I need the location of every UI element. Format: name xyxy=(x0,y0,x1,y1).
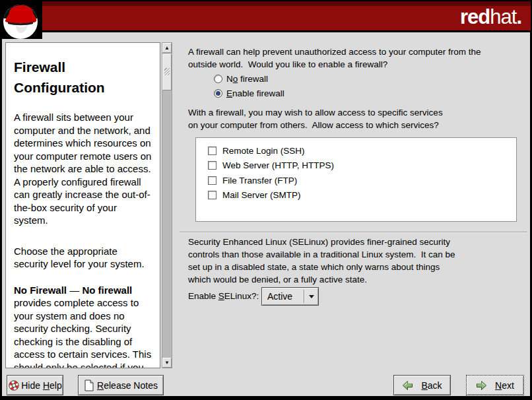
label-part: firewall xyxy=(238,74,268,84)
checkbox-mail-server[interactable]: Mail Server (SMTP) xyxy=(196,188,516,203)
checkbox-icon xyxy=(208,191,216,199)
checkbox-remote-login-ssh[interactable]: Remote Login (SSH) xyxy=(196,143,516,158)
label-mnemonic: N xyxy=(495,380,502,391)
checkbox-file-transfer[interactable]: File Transfer (FTP) xyxy=(196,173,516,188)
wordmark-red: red xyxy=(460,5,490,28)
help-paragraph-1: A firewall sits between your computer an… xyxy=(14,111,153,227)
label-mnemonic: B xyxy=(421,380,427,391)
help-bold-no-firewall-2: No firewall xyxy=(82,284,132,296)
release-notes-button[interactable]: Release Notes xyxy=(78,375,164,395)
checkbox-web-server[interactable]: Web Server (HTTP, HTTPS) xyxy=(196,158,516,174)
label-part: ack xyxy=(428,380,442,391)
label-mnemonic: E xyxy=(226,88,232,98)
radio-enable-firewall-label: Enable firewall xyxy=(226,88,284,98)
lifebuoy-icon xyxy=(8,380,20,391)
label-mnemonic: H xyxy=(43,380,50,391)
label-part: ELinux?: xyxy=(224,291,259,301)
back-label: Back xyxy=(421,380,442,391)
scrollbar-thumb[interactable] xyxy=(162,54,172,90)
selinux-description-text: Security Enhanced Linux (SELinux) provid… xyxy=(188,236,528,286)
selinux-dropdown[interactable]: Active xyxy=(261,287,319,306)
help-bold-no-firewall: No Firewall xyxy=(14,284,67,296)
arrow-right-icon xyxy=(476,380,487,391)
header-top-band xyxy=(1,1,531,6)
label-part: Hide xyxy=(21,380,43,391)
service-label: Web Server (HTTP, HTTPS) xyxy=(222,160,334,170)
label-part: Enable xyxy=(188,291,218,301)
help-paragraph-2: Choose the appropriate security level fo… xyxy=(14,245,153,271)
hide-help-button[interactable]: Hide Help xyxy=(7,375,63,395)
header-banner: redhat. xyxy=(1,1,531,30)
scroll-up-button[interactable]: ▲ xyxy=(162,43,172,53)
service-label: File Transfer (FTP) xyxy=(222,176,297,185)
release-notes-label: Release Notes xyxy=(97,380,158,391)
help-paragraph-3: No Firewall — No firewall provides compl… xyxy=(14,284,153,369)
services-intro-text: With a firewall, you may wish to allow a… xyxy=(188,106,528,131)
label-mnemonic: S xyxy=(218,291,224,301)
radio-no-firewall[interactable]: No firewall xyxy=(214,73,268,84)
service-label: Mail Server (SMTP) xyxy=(222,190,301,200)
checkbox-icon xyxy=(208,161,216,170)
firewall-question-text: A firewall can help prevent unauthorized… xyxy=(188,46,528,71)
label-part: elp xyxy=(50,380,62,391)
next-label: Next xyxy=(495,380,514,391)
back-button[interactable]: Back xyxy=(393,375,451,395)
next-button[interactable]: Next xyxy=(466,375,524,395)
enable-selinux-label: Enable SELinux?: xyxy=(188,291,259,301)
service-label: Remote Login (SSH) xyxy=(222,146,305,156)
document-icon xyxy=(84,380,94,391)
window: redhat. Firewall Configuration A firewal… xyxy=(0,0,532,400)
label-mnemonic: R xyxy=(97,380,104,391)
label-part: ext xyxy=(502,380,514,391)
radio-unselected-icon xyxy=(214,75,222,83)
chevron-down-icon xyxy=(305,295,318,298)
label-part: nable firewall xyxy=(232,88,284,98)
checkbox-icon xyxy=(208,176,216,185)
label-part: N xyxy=(226,74,233,84)
radio-no-firewall-label: No firewall xyxy=(226,74,268,84)
help-title: Firewall Configuration xyxy=(14,57,153,98)
help-paragraph-3-rest: provides complete access to your system … xyxy=(14,297,151,368)
help-panel: Firewall Configuration A firewall sits b… xyxy=(5,42,160,368)
horizontal-divider xyxy=(180,232,527,233)
arrow-left-icon xyxy=(402,380,413,391)
label-part: elease Notes xyxy=(104,380,158,391)
scroll-down-arrow-icon: ▼ xyxy=(164,360,170,366)
selinux-dropdown-value: Active xyxy=(262,291,304,302)
hide-help-label: Hide Help xyxy=(21,380,62,391)
help-scrollbar[interactable]: ▲ ▼ xyxy=(162,42,172,368)
redhat-shadowman-logo-icon xyxy=(1,1,42,39)
wordmark-hat: hat xyxy=(490,5,516,28)
content-area: Firewall Configuration A firewall sits b… xyxy=(2,32,530,396)
wordmark-dot: . xyxy=(516,5,521,28)
services-list: Remote Login (SSH) Web Server (HTTP, HTT… xyxy=(195,137,517,222)
redhat-wordmark: redhat. xyxy=(460,5,521,29)
checkbox-icon xyxy=(208,147,216,155)
radio-enable-firewall[interactable]: Enable firewall xyxy=(214,88,284,98)
help-dash: — xyxy=(67,284,82,296)
scroll-up-arrow-icon: ▲ xyxy=(164,45,170,51)
scroll-down-button[interactable]: ▼ xyxy=(162,358,172,368)
radio-selected-icon xyxy=(214,89,222,98)
